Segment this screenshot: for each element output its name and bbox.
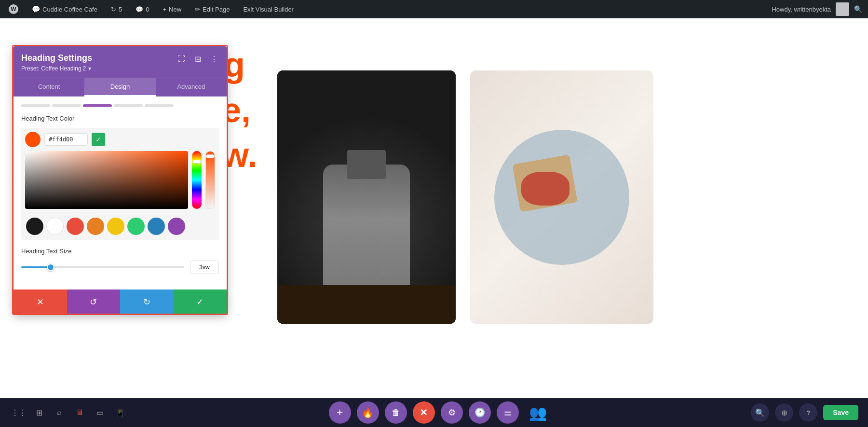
color-picker-body: [21, 151, 219, 213]
coffee-image: [277, 70, 456, 324]
size-section-label: Heading Text Size: [21, 248, 219, 255]
settings-panel: Heading Settings Preset: Coffee Heading …: [14, 46, 227, 315]
scroll-dot-2: [52, 104, 81, 107]
updates-count: 5: [119, 6, 122, 13]
swatch-black[interactable]: [26, 218, 43, 235]
hue-slider[interactable]: [192, 151, 202, 209]
tab-design[interactable]: Design: [84, 78, 155, 96]
desktop-icon[interactable]: 🖥: [70, 403, 89, 422]
adjust-button[interactable]: ⚌: [497, 401, 519, 424]
hamburger-icon[interactable]: ⋮⋮: [10, 403, 28, 422]
site-name-item[interactable]: 💬 Cuddle Coffee Cafe: [29, 0, 100, 18]
tab-content[interactable]: Content: [14, 78, 84, 96]
comments-count: 0: [146, 6, 149, 13]
delete-button[interactable]: 🗑: [385, 401, 407, 424]
panel-footer: ✕ ↺ ↻ ✓: [14, 289, 227, 315]
cancel-button[interactable]: ✕: [14, 289, 67, 315]
tablet-icon[interactable]: ▭: [91, 403, 109, 422]
panel-header: Heading Settings Preset: Coffee Heading …: [14, 46, 227, 78]
redo-button[interactable]: ↻: [120, 289, 174, 315]
new-item[interactable]: + New: [160, 0, 184, 18]
bottom-toolbar: ⋮⋮ ⊞ ⌕ 🖥 ▭ 📱 + 🔥 🗑 ✕ ⚙ 🕐 ⚌: [0, 398, 868, 427]
mobile-icon[interactable]: 📱: [111, 403, 129, 422]
save-button[interactable]: Save: [823, 405, 858, 420]
beans-shape: [277, 285, 456, 324]
search-bar-icon[interactable]: 🔍: [854, 5, 862, 13]
swatch-orange[interactable]: [87, 218, 104, 235]
tab-advanced[interactable]: Advanced: [156, 78, 227, 96]
columns-icon[interactable]: ⊟: [192, 53, 203, 65]
scroll-dot-1: [21, 104, 50, 107]
color-section-label: Heading Text Color: [21, 115, 219, 122]
sliders-icon: ⚌: [504, 407, 512, 418]
exit-builder-label: Exit Visual Builder: [243, 6, 294, 13]
color-picker[interactable]: ✓: [21, 128, 219, 240]
size-slider[interactable]: [21, 266, 184, 268]
help-button[interactable]: ?: [799, 403, 817, 422]
gradient-canvas[interactable]: [25, 151, 188, 209]
edit-page-label: Edit Page: [203, 6, 230, 13]
divi-flame-button[interactable]: 🔥: [357, 401, 379, 424]
size-input[interactable]: [190, 261, 219, 274]
text-size-section: Heading Text Size: [21, 248, 219, 282]
panel-preset[interactable]: Preset: Coffee Heading 2 ▾: [21, 65, 219, 72]
gear-icon: ⚙: [448, 407, 456, 418]
jam-shape: [521, 172, 570, 206]
toolbar-right: 🔍 ⊕ ? Save: [751, 403, 858, 422]
hue-slider-thumb: [192, 160, 201, 164]
people-icon: 👥: [529, 404, 547, 421]
wordpress-logo[interactable]: W: [6, 0, 21, 18]
layers-button[interactable]: ⊕: [775, 403, 793, 422]
panel-content: Heading Text Color ✓: [14, 96, 227, 289]
reset-button[interactable]: ↺: [67, 289, 121, 315]
settings-button[interactable]: ⚙: [441, 401, 463, 424]
admin-bar: W 💬 Cuddle Coffee Cafe ↻ 5 💬 0 + New ✏ E…: [0, 0, 868, 18]
avatar: [836, 2, 849, 16]
search-right-button[interactable]: 🔍: [751, 403, 769, 422]
layout-icon[interactable]: ⊞: [30, 403, 48, 422]
grinder-shape: [323, 165, 410, 300]
color-swatch[interactable]: [25, 132, 41, 147]
howdy-text: Howdy, writtenbyekta: [772, 6, 831, 13]
panel-tabs: Content Design Advanced: [14, 78, 227, 96]
opacity-slider[interactable]: [205, 151, 215, 209]
trash-icon: 🗑: [392, 408, 400, 418]
close-button[interactable]: ✕: [413, 401, 435, 424]
toolbar-center: + 🔥 🗑 ✕ ⚙ 🕐 ⚌ 👥: [329, 401, 552, 424]
edit-page-item[interactable]: ✏ Edit Page: [192, 0, 232, 18]
swatch-purple[interactable]: [168, 218, 185, 235]
swatch-white[interactable]: [46, 218, 64, 235]
add-section-button[interactable]: +: [329, 401, 351, 424]
swatch-red[interactable]: [67, 218, 84, 235]
new-label: New: [169, 6, 181, 13]
hex-input[interactable]: [44, 133, 88, 146]
scroll-dot-5: [145, 104, 174, 107]
flame-icon: 🔥: [362, 407, 374, 418]
scroll-dot-3: [83, 104, 112, 107]
search-icon[interactable]: ⌕: [50, 403, 68, 422]
more-options-icon[interactable]: ⋮: [208, 53, 220, 65]
clock-icon: 🕐: [475, 407, 485, 418]
color-input-row: ✓: [21, 128, 219, 151]
panel-header-actions: ⛶ ⊟ ⋮: [176, 53, 220, 65]
swatch-blue[interactable]: [148, 218, 165, 235]
exit-builder-item[interactable]: Exit Visual Builder: [240, 0, 297, 18]
comments-item[interactable]: 💬 0: [133, 0, 152, 18]
history-button[interactable]: 🕐: [469, 401, 491, 424]
save-settings-button[interactable]: ✓: [174, 289, 227, 315]
swatch-green[interactable]: [127, 218, 145, 235]
updates-item[interactable]: ↻ 5: [108, 0, 125, 18]
toast-image: [470, 70, 653, 324]
fullscreen-icon[interactable]: ⛶: [176, 53, 187, 65]
wp-icon: W: [9, 4, 18, 14]
hex-confirm-button[interactable]: ✓: [92, 133, 105, 146]
size-slider-thumb: [47, 263, 54, 271]
page-area: ng ee, ew. Heading Settings Preset: Coff…: [0, 18, 868, 427]
chevron-down-icon: ▾: [88, 65, 91, 72]
scroll-dot-4: [114, 104, 143, 107]
toolbar-left: ⋮⋮ ⊞ ⌕ 🖥 ▭ 📱: [10, 403, 129, 422]
site-name: Cuddle Coffee Cafe: [42, 6, 97, 13]
swatch-yellow[interactable]: [107, 218, 124, 235]
collaboration-button[interactable]: 👥: [525, 401, 552, 424]
size-row: [21, 261, 219, 274]
